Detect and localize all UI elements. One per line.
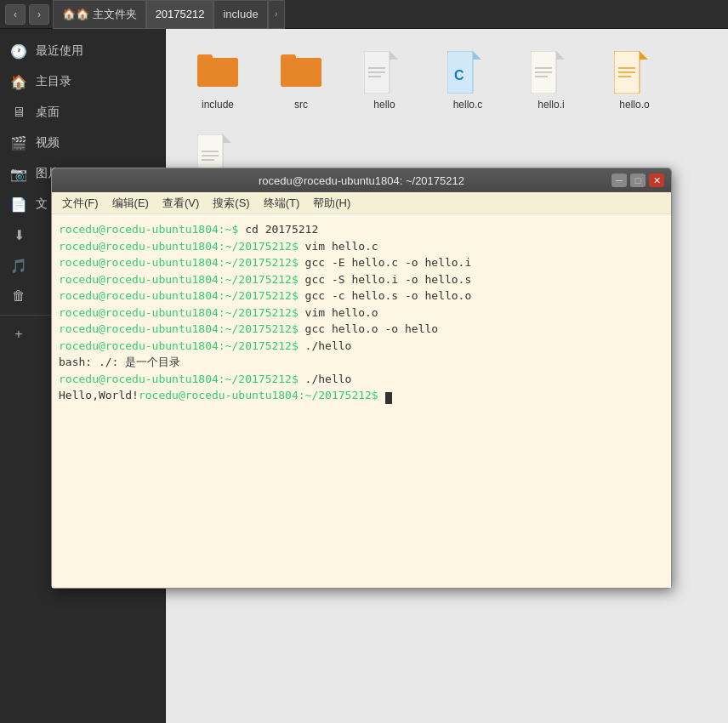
file-label: hello.o <box>619 99 649 111</box>
terminal-window: rocedu@rocedu-ubuntu1804: ~/20175212 ─ □… <box>51 168 672 589</box>
terminal-line: rocedu@rocedu-ubuntu1804:~/20175212$ ./h… <box>59 338 664 355</box>
menu-file[interactable]: 文件(F) <box>57 194 104 213</box>
c-file-icon: C <box>447 51 488 95</box>
terminal-line: rocedu@rocedu-ubuntu1804:~/20175212$ gcc… <box>59 287 664 305</box>
folder-icon <box>197 51 238 95</box>
svg-marker-13 <box>473 51 481 60</box>
breadcrumb-include[interactable]: include <box>213 0 267 29</box>
forward-icon: › <box>37 9 41 20</box>
terminal-title: rocedu@rocedu-ubuntu1804: ~/20175212 <box>59 174 664 187</box>
trash-icon: 🗑 <box>10 287 27 305</box>
menu-help[interactable]: 帮助(H) <box>308 194 355 213</box>
terminal-controls: ─ □ ✕ <box>611 174 664 187</box>
svg-rect-5 <box>281 58 321 87</box>
terminal-line: Hello,World!rocedu@rocedu-ubuntu1804:~/2… <box>59 387 664 404</box>
terminal-line: rocedu@rocedu-ubuntu1804:~/20175212$ gcc… <box>59 321 664 338</box>
minimize-button[interactable]: ─ <box>611 174 627 187</box>
doc-sidebar-icon: 📄 <box>10 196 27 213</box>
sidebar-item-recent[interactable]: 🕐 最近使用 <box>0 36 165 66</box>
exe-file-icon <box>364 51 405 95</box>
sidebar-label-home: 主目录 <box>36 74 71 89</box>
home-label: 🏠 主文件夹 <box>76 7 137 22</box>
breadcrumb-arrow[interactable]: › <box>268 0 285 29</box>
home-dir-icon: 🏠 <box>10 73 27 90</box>
sidebar-item-home[interactable]: 🏠 主目录 <box>0 66 165 97</box>
svg-marker-26 <box>223 134 231 143</box>
list-item[interactable]: include <box>179 43 256 119</box>
desktop-icon: 🖥 <box>10 104 27 121</box>
terminal-line: bash: ./: 是一个目录 <box>59 354 664 371</box>
file-label: src <box>294 99 308 111</box>
menu-terminal[interactable]: 终端(T) <box>259 194 305 213</box>
add-icon: + <box>10 326 27 343</box>
svg-rect-2 <box>197 58 238 87</box>
breadcrumb-home[interactable]: 🏠 🏠 主文件夹 <box>53 0 146 29</box>
sidebar-label-recent: 最近使用 <box>36 43 83 59</box>
sidebar-item-desktop[interactable]: 🖥 桌面 <box>0 97 165 128</box>
list-item[interactable]: C hello.c <box>429 43 506 119</box>
terminal-line: rocedu@rocedu-ubuntu1804:~$ cd 20175212 <box>59 221 664 238</box>
breadcrumb-20175212[interactable]: 20175212 <box>146 0 214 29</box>
sidebar-item-video[interactable]: 🎬 视频 <box>0 128 165 158</box>
list-item[interactable]: src <box>263 43 339 119</box>
list-item[interactable]: hello <box>346 43 423 119</box>
sidebar-label-video: 视频 <box>36 135 60 151</box>
o-file-icon <box>614 51 655 95</box>
photo-icon: 📷 <box>10 165 27 182</box>
svg-marker-16 <box>556 51 565 60</box>
terminal-line: rocedu@rocedu-ubuntu1804:~/20175212$ vim… <box>59 305 664 322</box>
terminal-titlebar: rocedu@rocedu-ubuntu1804: ~/20175212 ─ □… <box>52 168 671 192</box>
terminal-line: rocedu@rocedu-ubuntu1804:~/20175212$ vim… <box>59 238 664 255</box>
svg-marker-21 <box>640 51 648 60</box>
list-item[interactable]: hello.i <box>513 43 589 119</box>
file-label: hello <box>373 99 395 111</box>
terminal-line: rocedu@rocedu-ubuntu1804:~/20175212$ gcc… <box>59 254 664 271</box>
download-icon: ⬇ <box>10 226 27 243</box>
back-icon: ‹ <box>14 9 17 20</box>
terminal-line: rocedu@rocedu-ubuntu1804:~/20175212$ gcc… <box>59 271 664 288</box>
menu-view[interactable]: 查看(V) <box>157 194 204 213</box>
file-label: include <box>202 99 234 111</box>
forward-button[interactable]: › <box>29 4 49 25</box>
sidebar-label-desktop: 桌面 <box>36 105 60 120</box>
list-item[interactable]: hello.o <box>596 43 673 119</box>
breadcrumb: 🏠 🏠 主文件夹 20175212 include › <box>53 0 285 29</box>
file-label: hello.i <box>537 99 564 111</box>
i-file-icon <box>531 51 572 95</box>
terminal-body[interactable]: rocedu@rocedu-ubuntu1804:~$ cd 20175212 … <box>52 214 671 588</box>
svg-marker-8 <box>390 51 398 60</box>
maximize-button[interactable]: □ <box>630 174 646 187</box>
close-button[interactable]: ✕ <box>649 174 664 187</box>
terminal-cursor <box>385 392 392 404</box>
menu-search[interactable]: 搜索(S) <box>208 194 254 213</box>
video-icon: 🎬 <box>10 134 27 151</box>
music-icon: 🎵 <box>10 257 27 274</box>
terminal-menubar: 文件(F) 编辑(E) 查看(V) 搜索(S) 终端(T) 帮助(H) <box>52 192 671 214</box>
home-icon: 🏠 <box>62 8 76 20</box>
svg-text:C: C <box>454 68 464 83</box>
sidebar-label-doc: 文 <box>36 196 48 212</box>
top-nav: ‹ › 🏠 🏠 主文件夹 20175212 include › <box>0 0 728 29</box>
menu-edit[interactable]: 编辑(E) <box>107 194 154 213</box>
back-button[interactable]: ‹ <box>5 4 26 25</box>
file-label: hello.c <box>453 99 483 111</box>
terminal-line: rocedu@rocedu-ubuntu1804:~/20175212$ ./h… <box>59 371 664 388</box>
recent-icon: 🕐 <box>10 43 27 60</box>
folder-icon <box>281 51 321 95</box>
